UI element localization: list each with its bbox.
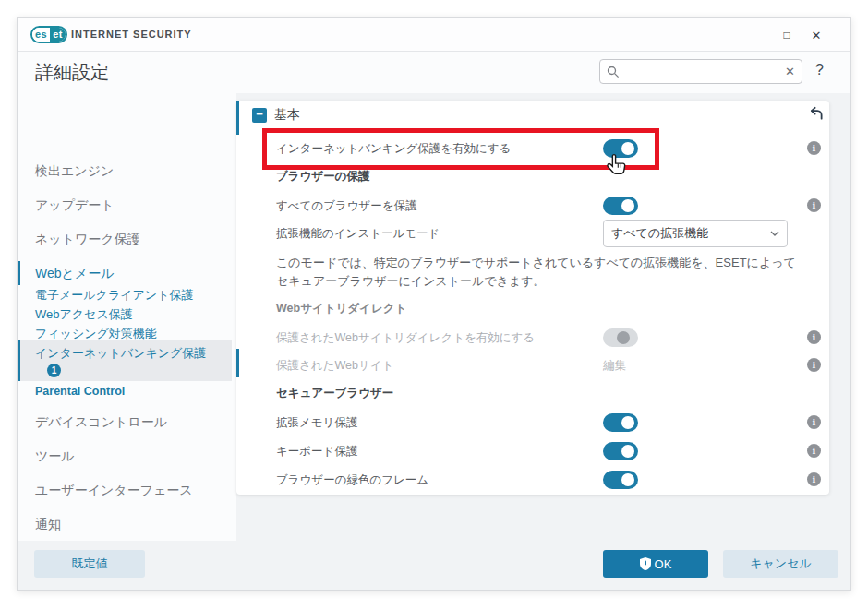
sidebar-item-notifications[interactable]: 通知 xyxy=(35,515,61,533)
logo-es: es xyxy=(32,28,50,42)
search-input[interactable] xyxy=(620,66,781,78)
help-icon[interactable]: ? xyxy=(815,62,824,78)
cancel-button[interactable]: キャンセル xyxy=(723,550,838,578)
webmail-active-indicator xyxy=(18,261,20,285)
search-box: ✕ xyxy=(599,59,802,84)
mode-description: このモードでは、特定のブラウザーでサポートされているすべての拡張機能を、ESET… xyxy=(276,254,807,291)
search-icon xyxy=(607,66,620,78)
modified-indicator-top xyxy=(236,101,239,135)
info-icon[interactable]: i xyxy=(807,444,821,458)
info-icon[interactable]: i xyxy=(807,330,821,344)
ok-label: OK xyxy=(655,557,672,571)
sidebar-item-tools[interactable]: ツール xyxy=(35,447,75,465)
clear-search-icon[interactable]: ✕ xyxy=(785,65,795,78)
green-frame-label: ブラウザーの緑色のフレーム xyxy=(276,470,428,490)
enable-banking-label: インターネットバンキング保護を有効にする xyxy=(276,138,511,159)
info-icon[interactable]: i xyxy=(807,141,821,155)
row-keyboard-protection: キーボード保護 i xyxy=(236,441,829,461)
chevron-down-icon xyxy=(770,231,779,236)
memory-protection-label: 拡張メモリ保護 xyxy=(276,412,357,433)
default-button[interactable]: 既定値 xyxy=(34,550,145,578)
logo-et: et xyxy=(50,28,66,42)
sidebar-item-parental-control[interactable]: Parental Control xyxy=(35,382,125,400)
extension-mode-label: 拡張機能のインストールモード xyxy=(276,223,440,244)
settings-card: − 基本 インターネットバンキング保護を有効にする i ブラウザーの保護 すべて… xyxy=(236,101,829,495)
row-protected-websites: 保護されたWebサイト 編集 i xyxy=(236,355,829,376)
info-icon[interactable]: i xyxy=(807,358,821,372)
secure-browser-header: セキュアーブラウザー xyxy=(276,386,393,401)
info-icon[interactable]: i xyxy=(807,198,821,212)
titlebar: es et INTERNET SECURITY □ ✕ xyxy=(18,18,850,52)
enable-redirect-toggle[interactable] xyxy=(603,328,638,347)
collapse-icon[interactable]: − xyxy=(252,108,267,123)
ok-button[interactable]: OK xyxy=(603,550,708,578)
sidebar-item-detection-engine[interactable]: 検出エンジン xyxy=(35,161,114,180)
sidebar-item-device-control[interactable]: デバイスコントロール xyxy=(35,412,167,431)
row-memory-protection: 拡張メモリ保護 i xyxy=(236,412,829,433)
selected-item-indicator xyxy=(18,340,20,381)
revert-icon[interactable] xyxy=(808,105,825,122)
website-redirect-header: Webサイトリダイレクト xyxy=(276,301,406,316)
sidebar: 検出エンジン アップデート ネットワーク保護 Webとメール 電子メールクライア… xyxy=(18,93,236,538)
row-protect-all-browsers: すべてのブラウザーを保護 i xyxy=(236,196,829,216)
product-name: INTERNET SECURITY xyxy=(71,29,192,40)
protect-all-browsers-toggle[interactable] xyxy=(603,197,638,215)
extension-mode-value: すべての拡張機能 xyxy=(611,225,770,242)
keyboard-protection-toggle[interactable] xyxy=(603,442,638,460)
protect-all-browsers-label: すべてのブラウザーを保護 xyxy=(276,196,417,216)
browser-protection-header: ブラウザーの保護 xyxy=(276,169,369,185)
row-enable-banking: インターネットバンキング保護を有効にする i xyxy=(236,138,829,159)
advanced-setup-window: es et INTERNET SECURITY □ ✕ 詳細設定 ✕ ? 検出エ… xyxy=(17,17,851,591)
row-extension-mode: 拡張機能のインストールモード すべての拡張機能 xyxy=(236,223,829,244)
shield-icon xyxy=(640,557,651,570)
keyboard-protection-label: キーボード保護 xyxy=(276,441,357,461)
sidebar-item-web-access-protection[interactable]: Webアクセス保護 xyxy=(35,305,133,324)
sidebar-item-email-client-protection[interactable]: 電子メールクライアント保護 xyxy=(35,286,193,304)
sidebar-item-user-interface[interactable]: ユーザーインターフェース xyxy=(35,481,193,499)
section-header-basic: − 基本 xyxy=(252,104,300,126)
row-green-frame: ブラウザーの緑色のフレーム i xyxy=(236,470,829,490)
enable-redirect-label: 保護されたWebサイトリダイレクトを有効にする xyxy=(276,328,535,348)
protected-websites-label: 保護されたWebサイト xyxy=(276,355,393,376)
row-enable-redirect: 保護されたWebサイトリダイレクトを有効にする i xyxy=(236,328,829,348)
green-frame-toggle[interactable] xyxy=(603,471,638,489)
extension-mode-dropdown[interactable]: すべての拡張機能 xyxy=(603,220,788,247)
edit-link[interactable]: 編集 xyxy=(603,355,626,376)
sidebar-item-antiphishing[interactable]: フィッシング対策機能 xyxy=(35,325,157,343)
info-icon[interactable]: i xyxy=(807,472,821,486)
maximize-button[interactable]: □ xyxy=(777,25,797,45)
section-title: 基本 xyxy=(274,107,300,124)
sidebar-item-internet-banking-protection[interactable]: インターネットバンキング保護 xyxy=(35,344,206,363)
change-count-badge: 1 xyxy=(47,364,61,377)
info-icon[interactable]: i xyxy=(807,415,821,429)
enable-banking-toggle[interactable] xyxy=(603,139,638,158)
sidebar-item-update[interactable]: アップデート xyxy=(35,196,115,214)
close-button[interactable]: ✕ xyxy=(806,25,826,45)
eset-logo-icon: es et xyxy=(30,26,67,43)
memory-protection-toggle[interactable] xyxy=(603,413,638,432)
page-title: 詳細設定 xyxy=(35,60,109,85)
sidebar-item-web-and-email[interactable]: Webとメール xyxy=(35,264,115,282)
sidebar-item-network-protection[interactable]: ネットワーク保護 xyxy=(35,230,140,248)
